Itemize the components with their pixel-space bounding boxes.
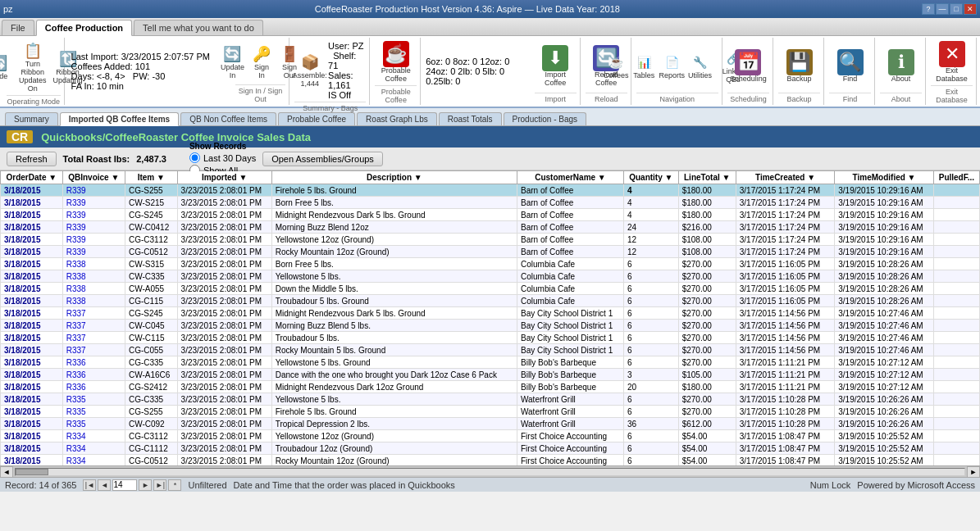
table-row[interactable]: 3/18/2015R337CW-C1153/23/2015 2:08:01 PM…	[1, 332, 980, 344]
table-row[interactable]: 3/18/2015R335CG-S2553/23/2015 2:08:01 PM…	[1, 406, 980, 418]
table-row[interactable]: 3/18/2015R338CW-C3353/23/2015 2:08:01 PM…	[1, 270, 980, 283]
tab-coffee-production[interactable]: Coffee Production	[36, 20, 132, 36]
last-30-radio[interactable]	[189, 152, 200, 163]
table-row[interactable]: 3/18/2015R337CG-C0553/23/2015 2:08:01 PM…	[1, 344, 980, 356]
utilities-nav-btn[interactable]: 🔧 Utilities	[687, 51, 713, 82]
col-timemodified[interactable]: TimeModified ▼	[835, 171, 934, 184]
nav-prev-btn[interactable]: ◄	[98, 479, 111, 491]
table-cell: CW-A16C6	[125, 369, 177, 381]
table-cell: 3/19/2015 10:27:12 AM	[835, 381, 934, 393]
about-group-label: About	[880, 93, 922, 103]
window-controls[interactable]: ? — □ ✕	[922, 3, 977, 15]
hscroll-left-btn[interactable]: ◄	[0, 466, 13, 478]
table-cell: $108.00	[678, 234, 736, 246]
table-cell	[933, 332, 979, 344]
table-row[interactable]: 3/18/2015R339CG-C31123/23/2015 2:08:01 P…	[1, 234, 980, 246]
col-qbinvoice[interactable]: QBInvoice ▼	[62, 171, 125, 184]
table-row[interactable]: 3/18/2015R335CG-C3353/23/2015 2:08:01 PM…	[1, 393, 980, 406]
col-imported[interactable]: Imported ▼	[177, 171, 271, 184]
exit-icon: ✕	[939, 41, 965, 67]
col-item[interactable]: Item ▼	[125, 171, 177, 184]
coffees-nav-btn[interactable]: ☕ Coffees	[603, 51, 629, 82]
mode-btn[interactable]: 🔄 Mode	[0, 52, 11, 83]
hscroll-right-btn[interactable]: ►	[967, 466, 980, 478]
about-btn[interactable]: ℹ About	[886, 48, 917, 85]
table-cell: Barn of Coffee	[517, 221, 623, 234]
table-container[interactable]: OrderDate ▼ QBInvoice ▼ Item ▼ Imported …	[0, 170, 980, 465]
hscroll-track[interactable]	[15, 468, 965, 476]
table-row[interactable]: 3/18/2015R334CG-C11123/23/2015 2:08:01 P…	[1, 442, 980, 455]
ribbon-group-import: ⬇ Import Coffee Import	[531, 38, 581, 105]
col-orderdate[interactable]: OrderDate ▼	[1, 171, 63, 184]
table-row[interactable]: 3/18/2015R338CW-S3153/23/2015 2:08:01 PM…	[1, 258, 980, 270]
nav-next-btn[interactable]: ►	[139, 479, 152, 491]
table-row[interactable]: 3/18/2015R335CW-C0923/23/2015 2:08:01 PM…	[1, 418, 980, 430]
assemblies-button[interactable]: Open Assemblies/Groups	[262, 152, 383, 166]
help-btn[interactable]: ?	[922, 3, 935, 15]
table-cell	[933, 344, 979, 356]
h-scrollbar[interactable]: ◄ ►	[0, 465, 980, 477]
table-cell	[933, 283, 979, 295]
table-row[interactable]: 3/18/2015R337CG-S2453/23/2015 2:08:01 PM…	[1, 307, 980, 320]
nav-last-btn[interactable]: ►|	[153, 479, 166, 491]
table-cell: 3/23/2015 2:08:01 PM	[177, 455, 271, 466]
col-linetotal[interactable]: LineTotal ▼	[678, 171, 736, 184]
reports-nav-btn[interactable]: 📄 Reports	[659, 51, 685, 82]
scheduling-btn[interactable]: 📅 Scheduling	[727, 48, 769, 85]
table-cell: 6	[623, 307, 678, 320]
tab-summary[interactable]: Summary	[5, 112, 58, 125]
table-cell: 3/23/2015 2:08:01 PM	[177, 209, 271, 221]
tab-qb-non-coffee[interactable]: QB Non Coffee Items	[180, 112, 276, 125]
find-btn[interactable]: 🔍 Find	[835, 48, 866, 85]
turn-ribbon-btn[interactable]: 📋 Turn Ribbon Updates On	[13, 39, 52, 95]
col-quantity[interactable]: Quantity ▼	[623, 171, 678, 184]
table-row[interactable]: 3/18/2015R338CW-A0553/23/2015 2:08:01 PM…	[1, 283, 980, 295]
table-row[interactable]: 3/18/2015R339CG-S2553/23/2015 2:08:01 PM…	[1, 184, 980, 197]
assemble-btn[interactable]: 📦 Assemble: 1,444	[294, 51, 325, 90]
tab-probable-coffee[interactable]: Probable Coffee	[278, 112, 355, 125]
table-row[interactable]: 3/18/2015R339CG-C05123/23/2015 2:08:01 P…	[1, 246, 980, 258]
import-btn[interactable]: ⬇ Import Coffee	[535, 43, 577, 89]
table-row[interactable]: 3/18/2015R336CW-A16C63/23/2015 2:08:01 P…	[1, 369, 980, 381]
nav-first-btn[interactable]: |◄	[83, 479, 96, 491]
exit-btn[interactable]: ✕ Exit Database	[931, 39, 973, 85]
col-timecreated[interactable]: TimeCreated ▼	[736, 171, 835, 184]
tab-imported-qb[interactable]: Imported QB Coffee Items	[60, 112, 179, 126]
update-btn[interactable]: 🔄 Update In	[218, 43, 247, 82]
table-cell: R339	[62, 221, 125, 234]
col-pulledf[interactable]: PulledF...	[933, 171, 979, 184]
tab-roast-totals[interactable]: Roast Totals	[439, 112, 502, 125]
table-row[interactable]: 3/18/2015R334CG-C31123/23/2015 2:08:01 P…	[1, 430, 980, 442]
nav-new-btn[interactable]: *	[168, 479, 181, 491]
refresh-button[interactable]: Refresh	[7, 152, 57, 166]
table-row[interactable]: 3/18/2015R338CG-C1153/23/2015 2:08:01 PM…	[1, 295, 980, 307]
table-cell: 3/18/2015	[1, 418, 63, 430]
signin-btn[interactable]: 🔑 Sign In	[248, 43, 275, 82]
record-number-input[interactable]	[112, 479, 137, 491]
table-row[interactable]: 3/18/2015R339CW-S2153/23/2015 2:08:01 PM…	[1, 197, 980, 209]
maximize-btn[interactable]: □	[950, 3, 963, 15]
probable-coffee-btn[interactable]: ☕ Probable Coffee	[375, 39, 417, 85]
table-cell: 3/18/2015	[1, 406, 63, 418]
table-row[interactable]: 3/18/2015R336CG-S24123/23/2015 2:08:01 P…	[1, 381, 980, 393]
col-description[interactable]: Description ▼	[271, 171, 517, 184]
tables-nav-btn[interactable]: 📊 Tables	[631, 51, 657, 82]
col-customername[interactable]: CustomerName ▼	[517, 171, 623, 184]
table-cell: R334	[62, 430, 125, 442]
tab-tell-me[interactable]: Tell me what you want to do	[134, 20, 263, 35]
table-row[interactable]: 3/18/2015R339CW-C04123/23/2015 2:08:01 P…	[1, 221, 980, 234]
table-row[interactable]: 3/18/2015R337CW-C0453/23/2015 2:08:01 PM…	[1, 320, 980, 332]
summary-bags-label: Summary - Bags	[294, 102, 366, 112]
backup-btn[interactable]: 💾 Backup	[784, 48, 815, 85]
close-btn[interactable]: ✕	[964, 3, 977, 15]
table-row[interactable]: 3/18/2015R334CG-C05123/23/2015 2:08:01 P…	[1, 455, 980, 466]
tab-roast-graph[interactable]: Roast Graph Lbs	[357, 112, 437, 125]
hscroll-thumb[interactable]	[16, 469, 48, 475]
table-row[interactable]: 3/18/2015R336CG-C3353/23/2015 2:08:01 PM…	[1, 356, 980, 369]
tab-production-bags[interactable]: Production - Bags	[504, 112, 587, 125]
statusbar-right: Num Lock Powered by Microsoft Access	[810, 480, 975, 490]
exit-group-label: Exit Database	[931, 85, 973, 104]
minimize-btn[interactable]: —	[936, 3, 949, 15]
table-row[interactable]: 3/18/2015R339CG-S2453/23/2015 2:08:01 PM…	[1, 209, 980, 221]
tab-file[interactable]: File	[2, 20, 34, 35]
